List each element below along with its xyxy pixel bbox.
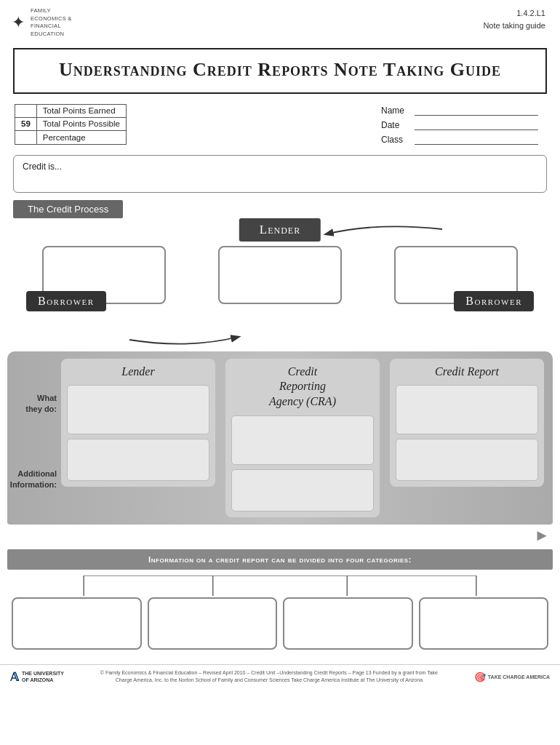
ua-logo-text: The Universityof Arizona (22, 670, 64, 683)
cra-card-title: Credit Reporting Agency (CRA) (231, 364, 374, 410)
percentage-label: Percentage (36, 131, 126, 144)
page-header: ✦ Family Economics & Financial Education… (0, 0, 560, 42)
title-box: Understanding Credit Reports Note Taking… (13, 48, 547, 94)
page-title: Understanding Credit Reports Note Taking… (29, 58, 531, 82)
connector-svg (22, 575, 538, 596)
footer-right-text: TAKE CHARGE AMERICA (488, 674, 550, 680)
logo-area: ✦ Family Economics & Financial Education (12, 7, 72, 38)
page-footer: 𝔸 The Universityof Arizona © Family Econ… (0, 664, 560, 689)
credit-is-label: Credit is... (23, 162, 62, 172)
credit-report-addl-box[interactable] (396, 439, 538, 481)
class-input-line[interactable] (415, 135, 538, 145)
lender-card-title: Lender (67, 364, 209, 380)
footer-center-text: © Family Economics & Financial Education… (95, 669, 444, 685)
credit-process-section: The Credit Process Lender Borrower (13, 200, 547, 346)
name-label: Name (381, 105, 412, 116)
category-box-4[interactable] (419, 597, 549, 650)
logo-text: Family Economics & Financial Education (31, 7, 72, 38)
name-input-line[interactable] (415, 105, 538, 116)
name-field: Name (381, 105, 538, 116)
lender-what-box[interactable] (67, 385, 209, 434)
footer-right-logo: 🎯 TAKE CHARGE AMERICA (474, 672, 550, 682)
lender-addl-box[interactable] (67, 439, 209, 481)
lender-card: Lender (61, 359, 215, 487)
cra-card: Credit Reporting Agency (CRA) (225, 359, 380, 517)
points-table: Total Points Earned 59 Total Points Poss… (15, 104, 127, 145)
right-arrow-icon: ► (534, 526, 550, 545)
date-input-line[interactable] (415, 120, 538, 130)
process-center-box (218, 246, 342, 304)
borrower-right-label: Borrower (454, 291, 534, 311)
bottom-arrow-svg (13, 309, 547, 346)
credit-report-card: Credit Report (390, 359, 544, 487)
total-points-earned-label: Total Points Earned (36, 104, 126, 117)
info-section: Total Points Earned 59 Total Points Poss… (0, 101, 560, 149)
logo-star-icon: ✦ (12, 15, 25, 31)
category-box-3[interactable] (283, 597, 413, 650)
connector-row (22, 575, 538, 596)
four-boxes-row (7, 597, 553, 650)
process-diagram: Lender Borrower Borrower (13, 218, 547, 346)
date-label: Date (381, 120, 412, 130)
side-labels-block: Whatthey do: AdditionalInformation: (12, 351, 57, 525)
ua-logo-icon: 𝔸 (10, 670, 19, 684)
footer-ua-logo: 𝔸 The Universityof Arizona (10, 670, 64, 684)
lender-button: Lender (239, 218, 321, 242)
section-arrow-row: ► (7, 526, 553, 545)
tca-icon: 🎯 (474, 672, 486, 682)
credit-is-box[interactable]: Credit is... (13, 155, 547, 193)
credit-report-card-title: Credit Report (396, 364, 538, 380)
what-they-do-label: Whatthey do: (25, 393, 57, 414)
category-box-1[interactable] (12, 597, 142, 650)
doc-reference: 1.4.2.L1 Note taking guide (483, 7, 545, 31)
total-points-possible-label: Total Points Possible (36, 117, 126, 130)
process-label: The Credit Process (13, 200, 123, 218)
cra-what-box[interactable] (231, 415, 374, 465)
three-col-section: Whatthey do: AdditionalInformation: Lend… (7, 351, 553, 545)
info-banner: Information on a credit report can be di… (7, 549, 553, 570)
category-box-2[interactable] (148, 597, 278, 650)
class-label: Class (381, 135, 412, 145)
four-boxes-section (7, 575, 553, 650)
class-field: Class (381, 135, 538, 145)
name-fields: Name Date Class (381, 104, 545, 145)
credit-report-what-box[interactable] (396, 385, 538, 434)
borrower-left-label: Borrower (26, 291, 106, 311)
date-field: Date (381, 120, 538, 130)
cra-addl-box[interactable] (231, 469, 374, 511)
info-banner-text: Information on a credit report can be di… (15, 555, 545, 564)
additional-info-label: AdditionalInformation: (10, 469, 57, 490)
total-points-number: 59 (15, 117, 37, 130)
